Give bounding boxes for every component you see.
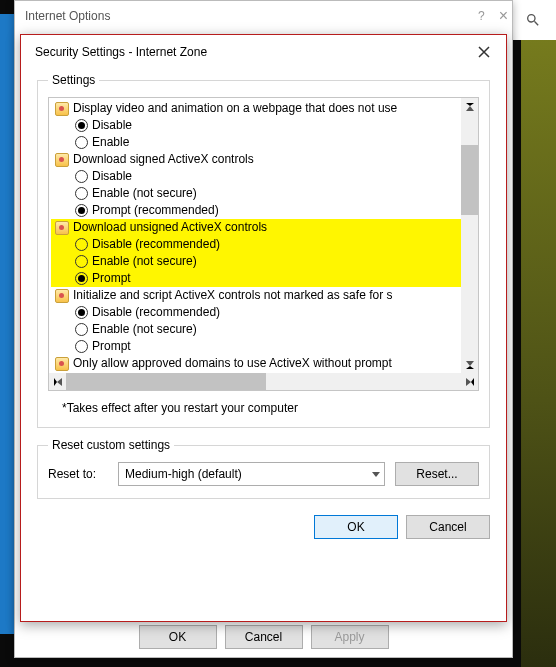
settings-option[interactable]: Enable (not secure): [51, 321, 461, 338]
horizontal-scroll-thumb[interactable]: [66, 373, 266, 390]
settings-option-label: Enable (not secure): [92, 185, 197, 202]
settings-group: Only allow approved domains to use Activ…: [51, 355, 461, 372]
settings-tree: Display video and animation on a webpage…: [48, 97, 479, 391]
settings-option-label: Disable: [92, 168, 132, 185]
settings-option[interactable]: Disable: [51, 117, 461, 134]
scroll-up-arrow-icon[interactable]: [461, 98, 478, 115]
radio-icon[interactable]: [75, 187, 88, 200]
dialog-title: Security Settings - Internet Zone: [35, 45, 207, 59]
settings-option-label: Disable: [92, 117, 132, 134]
activex-icon: [55, 357, 69, 371]
settings-option-label: Disable (recommended): [92, 236, 220, 253]
settings-option[interactable]: Disable (recommended): [51, 236, 461, 253]
settings-group: Display video and animation on a webpage…: [51, 100, 461, 117]
radio-icon[interactable]: [75, 170, 88, 183]
reset-fieldset: Reset custom settings Reset to: Medium-h…: [37, 438, 490, 499]
settings-option-label: Disable (recommended): [92, 304, 220, 321]
radio-icon[interactable]: [75, 272, 88, 285]
settings-group-label: Download unsigned ActiveX controls: [73, 219, 267, 236]
scroll-down-arrow-icon[interactable]: [461, 356, 478, 373]
cancel-button[interactable]: Cancel: [406, 515, 490, 539]
close-icon: [478, 46, 490, 58]
settings-option[interactable]: Enable: [51, 134, 461, 151]
help-icon[interactable]: ?: [478, 9, 485, 23]
radio-icon[interactable]: [75, 136, 88, 149]
radio-icon[interactable]: [75, 340, 88, 353]
reset-legend: Reset custom settings: [48, 438, 174, 452]
reset-level-value: Medium-high (default): [125, 467, 242, 481]
search-icon: [525, 12, 541, 28]
settings-option[interactable]: Enable (not secure): [51, 185, 461, 202]
vertical-scrollbar[interactable]: [461, 98, 478, 373]
dialog-close-button[interactable]: [472, 40, 496, 64]
radio-icon[interactable]: [75, 238, 88, 251]
reset-level-combobox[interactable]: Medium-high (default): [118, 462, 385, 486]
radio-icon[interactable]: [75, 204, 88, 217]
reset-button[interactable]: Reset...: [395, 462, 479, 486]
vertical-scroll-thumb[interactable]: [461, 145, 478, 215]
activex-icon: [55, 221, 69, 235]
scroll-right-arrow-icon[interactable]: [461, 373, 478, 390]
settings-option-label: Enable (not secure): [92, 321, 197, 338]
security-settings-dialog: Security Settings - Internet Zone Settin…: [20, 34, 507, 622]
activex-icon: [55, 289, 69, 303]
settings-option-label: Prompt (recommended): [92, 202, 219, 219]
settings-option-label: Prompt: [92, 270, 131, 287]
settings-group: Initialize and script ActiveX controls n…: [51, 287, 461, 304]
settings-group-label: Display video and animation on a webpage…: [73, 100, 397, 117]
settings-fieldset: Settings Display video and animation on …: [37, 73, 490, 428]
settings-option[interactable]: Prompt: [51, 270, 461, 287]
settings-option[interactable]: Disable (recommended): [51, 304, 461, 321]
settings-option[interactable]: Prompt: [51, 338, 461, 355]
settings-option[interactable]: Enable (not secure): [51, 253, 461, 270]
settings-option-label: Enable (not secure): [92, 253, 197, 270]
scroll-left-arrow-icon[interactable]: [49, 373, 66, 390]
parent-apply-button: Apply: [311, 625, 389, 649]
settings-group-label: Initialize and script ActiveX controls n…: [73, 287, 392, 304]
settings-option-label: Prompt: [92, 338, 131, 355]
activex-icon: [55, 102, 69, 116]
settings-group-label: Only allow approved domains to use Activ…: [73, 355, 392, 372]
settings-group: Download unsigned ActiveX controls: [51, 219, 461, 236]
reset-to-label: Reset to:: [48, 467, 108, 481]
settings-option[interactable]: Disable: [51, 168, 461, 185]
internet-options-title: Internet Options: [15, 1, 512, 31]
settings-group: Download signed ActiveX controls: [51, 151, 461, 168]
parent-cancel-button[interactable]: Cancel: [225, 625, 303, 649]
ok-button[interactable]: OK: [314, 515, 398, 539]
radio-icon[interactable]: [75, 323, 88, 336]
radio-icon[interactable]: [75, 306, 88, 319]
activex-icon: [55, 153, 69, 167]
chevron-down-icon: [372, 472, 380, 477]
radio-icon[interactable]: [75, 255, 88, 268]
browser-search-box[interactable]: [510, 0, 556, 40]
close-icon[interactable]: ×: [499, 7, 508, 25]
settings-option[interactable]: Prompt (recommended): [51, 202, 461, 219]
restart-note: *Takes effect after you restart your com…: [62, 401, 475, 415]
radio-icon[interactable]: [75, 119, 88, 132]
settings-tree-viewport[interactable]: Display video and animation on a webpage…: [49, 98, 461, 373]
decorative-olive-panel: [521, 0, 556, 667]
settings-option-label: Enable: [92, 134, 129, 151]
settings-legend: Settings: [48, 73, 99, 87]
parent-ok-button[interactable]: OK: [139, 625, 217, 649]
horizontal-scrollbar[interactable]: [49, 373, 478, 390]
settings-group-label: Download signed ActiveX controls: [73, 151, 254, 168]
